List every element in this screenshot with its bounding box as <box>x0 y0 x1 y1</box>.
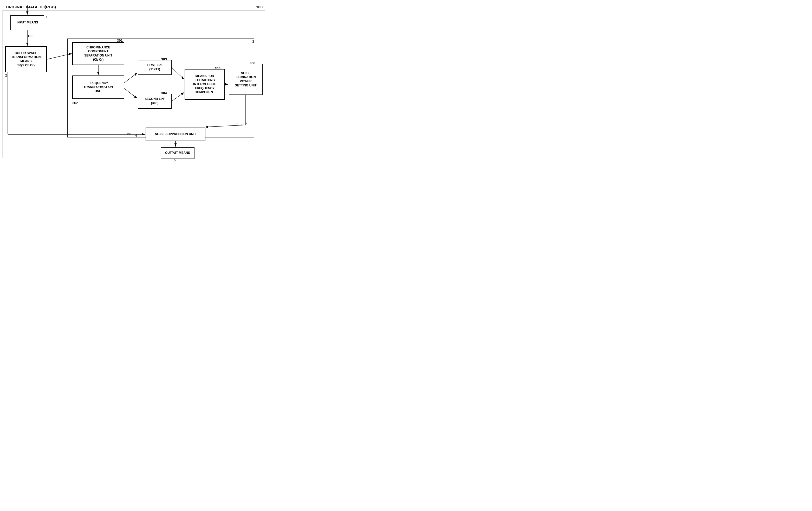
diagram-container: ORIGINAL IMAGE D0(RGB) 100 3 INPUT MEANS… <box>0 0 270 170</box>
block-4-number: 4 <box>135 134 137 137</box>
means-extracting-number: 305 <box>215 66 221 70</box>
color-space-label: COLOR SPACETRANSFORMATIONMEANSS0(Y Cb Cr… <box>11 51 40 68</box>
output-means-label: OUTPUT MEANS <box>165 151 190 155</box>
frequency-transform-block: FREQUENCYTRANSFORMATIONUNIT <box>72 76 124 99</box>
second-lpf-number: 304 <box>161 91 167 95</box>
chrominance-block: CHROMINANCECOMPONENTSEPARATION UNIT(Cb C… <box>72 42 124 65</box>
chrominance-label: CHROMINANCECOMPONENTSEPARATION UNIT(Cb C… <box>84 46 112 62</box>
second-lpf-block: SECOND LPF(3×3) <box>138 94 172 109</box>
output-means-block: OUTPUT MEANS <box>161 147 195 159</box>
input-means-label: INPUT MEANS <box>17 21 38 25</box>
noise-suppression-label: NOISE SUPPRESSION UNIT <box>155 132 196 136</box>
d0-signal-label: D0 <box>28 34 32 38</box>
frequency-transform-number: 302 <box>72 101 78 105</box>
chrominance-number: 301 <box>117 38 123 43</box>
first-lpf-block: FIRST LPF(11×11) <box>138 60 172 75</box>
first-lpf-number: 303 <box>161 57 167 61</box>
second-lpf-label: SECOND LPF(3×3) <box>145 97 165 105</box>
original-image-label: ORIGINAL IMAGE D0(RGB) <box>6 5 56 9</box>
frequency-transform-label: FREQUENCYTRANSFORMATIONUNIT <box>84 81 113 93</box>
noise-suppression-block: NOISE SUPPRESSION UNIT <box>146 128 205 141</box>
output-means-number: 5 <box>174 158 175 162</box>
color-space-block: COLOR SPACETRANSFORMATIONMEANSS0(Y Cb Cr… <box>5 46 47 72</box>
noise-elimination-label: NOISEELIMINATIONPOWERSETTING UNIT <box>235 71 256 87</box>
inner-box-3-label: 3 <box>252 39 254 44</box>
d0-bottom-label: D0 <box>127 132 131 136</box>
input-means-block: INPUT MEANS <box>10 15 44 30</box>
means-extracting-block: MEANS FOREXTRACTINGINTERMEDIATEFREQUENCY… <box>184 69 225 100</box>
input-means-number: 1 <box>46 15 48 19</box>
means-extracting-label: MEANS FOREXTRACTINGINTERMEDIATEFREQUENCY… <box>193 74 216 95</box>
first-lpf-label: FIRST LPF(11×11) <box>147 63 163 71</box>
color-space-number: 2 <box>5 73 7 77</box>
diagram-number-label: 100 <box>256 5 263 9</box>
noise-elimination-number: 306 <box>250 61 255 65</box>
epsilon-label: ε 1, ε 2 <box>237 122 247 126</box>
noise-elimination-block: NOISEELIMINATIONPOWERSETTING UNIT <box>229 64 263 95</box>
